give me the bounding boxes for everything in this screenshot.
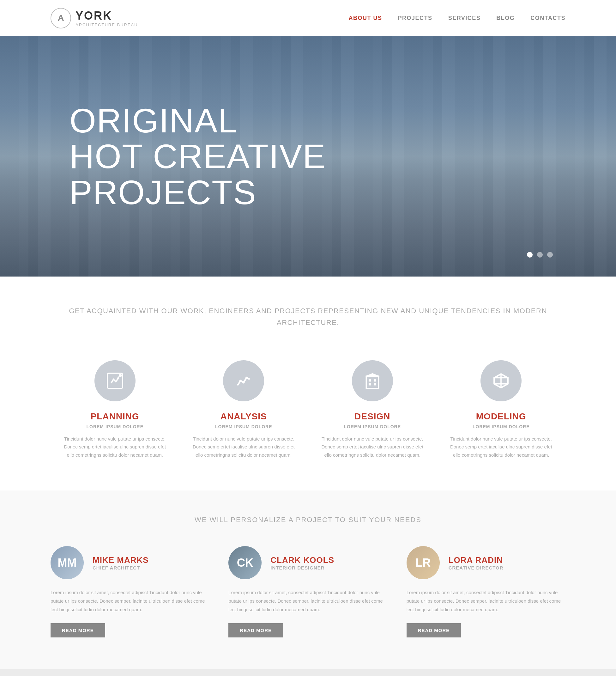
analysis-icon xyxy=(223,360,264,401)
service-planning: PLANNING LOREM IPSUM DOLORE Tincidunt do… xyxy=(51,360,179,459)
modeling-title: MODELING xyxy=(476,411,526,421)
svg-point-1 xyxy=(119,374,122,377)
main-nav: ABOUT USPROJECTSSERVICESBLOGCONTACTS xyxy=(349,15,565,21)
member-avatar-2: LR xyxy=(407,546,440,579)
analysis-subtitle: LOREM IPSUM DOLORE xyxy=(215,424,272,429)
design-desc: Tincidunt dolor nunc vule putate ur ips … xyxy=(321,435,424,459)
avatar-placeholder-2: LR xyxy=(407,546,440,579)
hero-title-line3: PROJECTS xyxy=(69,174,326,210)
logo-subtitle: ARCHITECTURE BUREAU xyxy=(75,22,138,27)
member-info-0: MIKE MARKS CHIEF ARCHITECT xyxy=(93,555,149,570)
logo-circle: A xyxy=(51,8,71,29)
member-avatar-1: CK xyxy=(228,546,261,579)
avatar-placeholder-1: CK xyxy=(228,546,261,579)
svg-point-4 xyxy=(243,381,245,383)
team-section: WE WILL PERSONALIZE A PROJECT TO SUIT YO… xyxy=(0,491,616,669)
slider-dots xyxy=(527,252,553,258)
member-role-0: CHIEF ARCHITECT xyxy=(93,565,149,570)
nav-item-about[interactable]: ABOUT US xyxy=(349,15,382,21)
member-name-1: CLARK KOOLS xyxy=(270,555,334,565)
planning-desc: Tincidunt dolor nunc vule putate ur ips … xyxy=(63,435,167,459)
planning-icon xyxy=(95,360,135,401)
analysis-title: ANALYSIS xyxy=(221,411,267,421)
hero-section: ORIGINAL HOT CREATIVE PROJECTS xyxy=(0,36,616,277)
intro-section: GET ACQUAINTED WITH OUR WORK, ENGINEERS … xyxy=(0,277,616,348)
svg-rect-10 xyxy=(374,383,376,385)
team-member-2: LR LORA RADIN CREATIVE DIRECTOR Lorem ip… xyxy=(407,546,565,637)
newsletter-section: IF YOU HAVE FRESH IDEAS, SIGN UP FOR OUR… xyxy=(0,669,616,676)
member-role-2: CREATIVE DIRECTOR xyxy=(448,565,503,570)
member-info-1: CLARK KOOLS INTERIOR DESIGNER xyxy=(270,555,334,570)
avatar-placeholder-0: MM xyxy=(51,546,84,579)
nav-item-services[interactable]: SERVICES xyxy=(448,15,481,21)
slider-dot-1[interactable] xyxy=(537,252,543,258)
slider-dot-0[interactable] xyxy=(527,252,533,258)
design-subtitle: LOREM IPSUM DOLORE xyxy=(344,424,401,429)
nav-item-blog[interactable]: BLOG xyxy=(496,15,514,21)
svg-rect-6 xyxy=(366,376,378,388)
member-desc-1: Lorem ipsum dolor sit amet, consectet ad… xyxy=(228,588,387,614)
logo[interactable]: A YORK ARCHITECTURE BUREAU xyxy=(51,8,138,29)
modeling-subtitle: LOREM IPSUM DOLORE xyxy=(473,424,530,429)
hero-title-line1: ORIGINAL xyxy=(69,103,326,138)
read-more-button-0[interactable]: READ MORE xyxy=(51,623,105,637)
hero-title-line2: HOT CREATIVE xyxy=(69,138,326,174)
nav-item-contacts[interactable]: CONTACTS xyxy=(531,15,565,21)
member-header-0: MM MIKE MARKS CHIEF ARCHITECT xyxy=(51,546,209,579)
modeling-icon xyxy=(481,360,521,401)
read-more-button-2[interactable]: READ MORE xyxy=(407,623,461,637)
member-avatar-0: MM xyxy=(51,546,84,579)
svg-point-3 xyxy=(239,380,242,382)
member-role-1: INTERIOR DESIGNER xyxy=(270,565,334,570)
member-desc-0: Lorem ipsum dolor sit amet, consectet ad… xyxy=(51,588,209,614)
slider-dot-2[interactable] xyxy=(547,252,553,258)
read-more-button-1[interactable]: READ MORE xyxy=(228,623,283,637)
logo-letter: A xyxy=(58,13,64,23)
intro-text: GET ACQUAINTED WITH OUR WORK, ENGINEERS … xyxy=(63,305,553,329)
analysis-desc: Tincidunt dolor nunc vule putate ur ips … xyxy=(192,435,296,459)
team-grid: MM MIKE MARKS CHIEF ARCHITECT Lorem ipsu… xyxy=(51,546,565,637)
svg-marker-11 xyxy=(365,373,380,377)
services-section: PLANNING LOREM IPSUM DOLORE Tincidunt do… xyxy=(0,348,616,491)
hero-title: ORIGINAL HOT CREATIVE PROJECTS xyxy=(69,103,326,210)
team-member-1: CK CLARK KOOLS INTERIOR DESIGNER Lorem i… xyxy=(228,546,387,637)
member-header-2: LR LORA RADIN CREATIVE DIRECTOR xyxy=(407,546,565,579)
hero-content: ORIGINAL HOT CREATIVE PROJECTS xyxy=(69,103,326,210)
team-heading: WE WILL PERSONALIZE A PROJECT TO SUIT YO… xyxy=(51,516,565,524)
planning-title: PLANNING xyxy=(91,411,139,421)
svg-rect-8 xyxy=(374,379,376,382)
design-title: DESIGN xyxy=(355,411,390,421)
design-icon xyxy=(352,360,393,401)
member-name-0: MIKE MARKS xyxy=(93,555,149,565)
header: A YORK ARCHITECTURE BUREAU ABOUT USPROJE… xyxy=(0,0,616,36)
planning-subtitle: LOREM IPSUM DOLORE xyxy=(86,424,143,429)
member-header-1: CK CLARK KOOLS INTERIOR DESIGNER xyxy=(228,546,387,579)
service-design: DESIGN LOREM IPSUM DOLORE Tincidunt dolo… xyxy=(308,360,437,459)
service-analysis: ANALYSIS LOREM IPSUM DOLORE Tincidunt do… xyxy=(179,360,308,459)
logo-text: YORK ARCHITECTURE BUREAU xyxy=(75,9,138,27)
member-name-2: LORA RADIN xyxy=(448,555,503,565)
nav-item-projects[interactable]: PROJECTS xyxy=(398,15,432,21)
team-member-0: MM MIKE MARKS CHIEF ARCHITECT Lorem ipsu… xyxy=(51,546,209,637)
member-desc-2: Lorem ipsum dolor sit amet, consectet ad… xyxy=(407,588,565,614)
service-modeling: MODELING LOREM IPSUM DOLORE Tincidunt do… xyxy=(437,360,566,459)
svg-rect-9 xyxy=(369,383,371,385)
svg-point-5 xyxy=(245,377,248,379)
logo-title: YORK xyxy=(75,9,138,22)
member-info-2: LORA RADIN CREATIVE DIRECTOR xyxy=(448,555,503,570)
svg-rect-7 xyxy=(369,379,371,382)
modeling-desc: Tincidunt dolor nunc vule putate ur ips … xyxy=(449,435,553,459)
